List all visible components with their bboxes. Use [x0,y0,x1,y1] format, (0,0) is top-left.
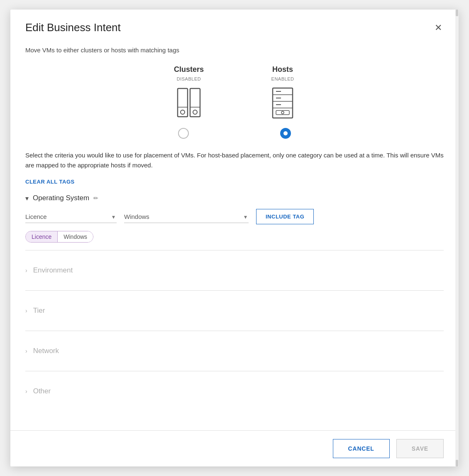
tag-chip-key: Licence [26,231,58,242]
chevron-right-icon-network: › [25,348,27,354]
key-select-wrapper: Licence ▾ [25,211,117,223]
dialog-title: Edit Business Intent [25,21,121,34]
close-button[interactable]: ✕ [433,22,444,34]
edit-icon[interactable]: ✏ [93,195,98,201]
placement-options: Clusters DISABLED Hosts ENABLED [25,65,444,120]
clusters-label: Clusters [174,65,204,74]
clear-all-tags-link[interactable]: CLEAR ALL TAGS [25,179,75,185]
tag-chip-value: Windows [58,231,93,242]
section-title-other: Other [33,387,51,395]
cancel-button[interactable]: CANCEL [333,439,390,458]
tag-chip: Licence Windows [25,231,93,243]
scrollbar-track [455,10,459,466]
dialog-header: Edit Business Intent ✕ [10,10,459,39]
svg-rect-0 [178,88,188,117]
chevron-right-icon-tier: › [25,307,27,314]
hosts-icon [270,86,295,120]
key-select[interactable]: Licence [25,211,117,223]
radio-row [25,128,444,139]
section-title-tier: Tier [33,307,45,315]
dialog-footer: CANCEL SAVE [10,430,459,466]
section-separator-1 [25,250,444,250]
hosts-label: Hosts [272,65,293,74]
edit-business-intent-dialog: Edit Business Intent ✕ Move VMs to eithe… [10,10,459,466]
tags-list: Licence Windows [25,231,444,243]
scrollbar-thumb-top[interactable] [456,10,458,16]
svg-point-2 [181,110,185,114]
scrollbar-thumb-bottom[interactable] [456,460,458,466]
section-network[interactable]: › Network [25,339,444,363]
chevron-right-icon-other: › [25,388,27,395]
clusters-radio[interactable] [178,128,189,139]
section-separator-2 [25,290,444,291]
section-header-operating-system[interactable]: ▾ Operating System ✏ [25,194,444,202]
criteria-text: Select the criteria you would like to us… [25,150,444,170]
value-select[interactable]: Windows [124,211,249,223]
section-operating-system: ▾ Operating System ✏ Licence ▾ Windows [25,194,444,243]
hosts-option: Hosts ENABLED [270,65,295,120]
section-separator-3 [25,331,444,331]
save-button[interactable]: SAVE [396,439,444,458]
dialog-body: Move VMs to either clusters or hosts wit… [10,39,459,430]
chevron-down-icon: ▾ [25,194,29,202]
svg-rect-6 [273,88,293,118]
value-select-wrapper: Windows ▾ [124,211,249,223]
section-tier[interactable]: › Tier [25,298,444,323]
section-separator-4 [25,371,444,371]
section-other[interactable]: › Other [25,379,444,404]
section-title-operating-system: Operating System [33,194,89,202]
svg-rect-1 [190,88,200,117]
clusters-status: DISABLED [177,76,201,81]
hosts-status: ENABLED [271,76,294,81]
section-title-environment: Environment [33,266,73,275]
section-environment[interactable]: › Environment [25,258,444,283]
svg-point-11 [281,111,284,114]
include-tag-button[interactable]: INCLUDE TAG [256,209,314,224]
tag-input-row: Licence ▾ Windows ▾ INCLUDE TAG [25,209,444,224]
chevron-right-icon-environment: › [25,267,27,274]
clusters-icon [174,86,203,120]
svg-point-3 [193,110,197,114]
subtitle-text: Move VMs to either clusters or hosts wit… [25,47,444,54]
clusters-option: Clusters DISABLED [174,65,204,120]
section-title-network: Network [33,347,59,355]
hosts-radio[interactable] [280,128,291,139]
